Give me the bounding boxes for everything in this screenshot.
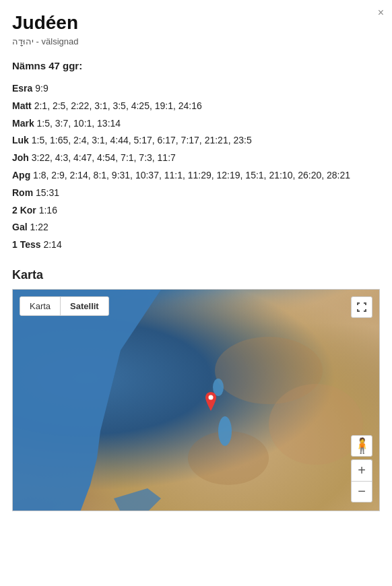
ref-book-apg: Apg [12, 170, 30, 181]
ref-esra: Esra 9:9 [12, 81, 380, 97]
zoom-in-button[interactable]: + [351, 459, 372, 481]
ref-book-esra: Esra [12, 83, 32, 94]
ref-book-2kor: 2 Kor [12, 205, 36, 216]
fullscreen-button[interactable] [351, 296, 372, 318]
map-tab-karta[interactable]: Karta [20, 297, 60, 315]
ref-matt: Matt 2:1, 2:5, 2:22, 3:1, 3:5, 4:25, 19:… [12, 98, 380, 115]
svg-point-6 [208, 395, 213, 399]
ref-book-gal: Gal [12, 222, 28, 232]
ref-verses-2kor: 1:16 [39, 205, 57, 216]
zoom-out-button[interactable]: − [351, 481, 372, 502]
page-title: Judéen [12, 12, 380, 34]
ref-verses-esra: 9:9 [35, 83, 48, 94]
ref-verses-gal: 1:22 [30, 222, 48, 232]
map-tab-controls: Karta Satellit [20, 296, 109, 316]
ref-luk: Luk 1:5, 1:65, 2:4, 3:1, 4:44, 5:17, 6:1… [12, 133, 380, 149]
person-icon: 🧍 [353, 438, 371, 453]
map-background [13, 290, 379, 511]
ref-joh: Joh 3:22, 4:3, 4:47, 4:54, 7:1, 7:3, 11:… [12, 150, 380, 166]
ref-book-1tess: 1 Tess [12, 239, 41, 250]
ref-verses-apg: 1:8, 2:9, 2:14, 8:1, 9:31, 10:37, 11:1, … [33, 170, 350, 181]
ref-book-mark: Mark [12, 118, 34, 129]
map-container[interactable]: Karta Satellit 🧍 + − [12, 289, 380, 511]
ref-apg: Apg 1:8, 2:9, 2:14, 8:1, 9:31, 10:37, 11… [12, 168, 380, 184]
map-marker [203, 392, 219, 414]
ref-mark: Mark 1:5, 3:7, 10:1, 13:14 [12, 116, 380, 132]
ref-gal: Gal 1:22 [12, 220, 380, 236]
close-button[interactable]: × [378, 7, 384, 19]
ref-verses-luk: 1:5, 1:65, 2:4, 3:1, 4:44, 5:17, 6:17, 7… [32, 135, 252, 145]
karta-title: Karta [12, 268, 380, 282]
references-list: Esra 9:9 Matt 2:1, 2:5, 2:22, 3:1, 3:5, … [12, 81, 380, 253]
ref-book-luk: Luk [12, 135, 29, 145]
ref-verses-joh: 3:22, 4:3, 4:47, 4:54, 7:1, 7:3, 11:7 [32, 152, 176, 163]
ref-verses-rom: 15:31 [36, 187, 59, 198]
ref-1tess: 1 Tess 2:14 [12, 237, 380, 253]
ref-verses-1tess: 2:14 [43, 239, 61, 250]
streetview-button[interactable]: 🧍 [351, 435, 372, 457]
ref-verses-matt: 2:1, 2:5, 2:22, 3:1, 3:5, 4:25, 19:1, 24… [34, 100, 202, 111]
ref-book-matt: Matt [12, 100, 32, 111]
page-subtitle: יהוּדָה - välsignad [12, 36, 380, 46]
main-content: Judéen יהוּדָה - välsignad Nämns 47 ggr:… [0, 0, 392, 253]
ref-2kor: 2 Kor 1:16 [12, 203, 380, 219]
ref-verses-mark: 1:5, 3:7, 10:1, 13:14 [37, 118, 121, 129]
ref-book-joh: Joh [12, 152, 29, 163]
karta-section: Karta [0, 268, 392, 511]
fullscreen-icon [356, 302, 367, 313]
mentioned-header: Nämns 47 ggr: [12, 60, 380, 71]
ref-book-rom: Rom [12, 187, 33, 198]
ref-rom: Rom 15:31 [12, 185, 380, 201]
map-tab-satellit[interactable]: Satellit [61, 297, 108, 315]
